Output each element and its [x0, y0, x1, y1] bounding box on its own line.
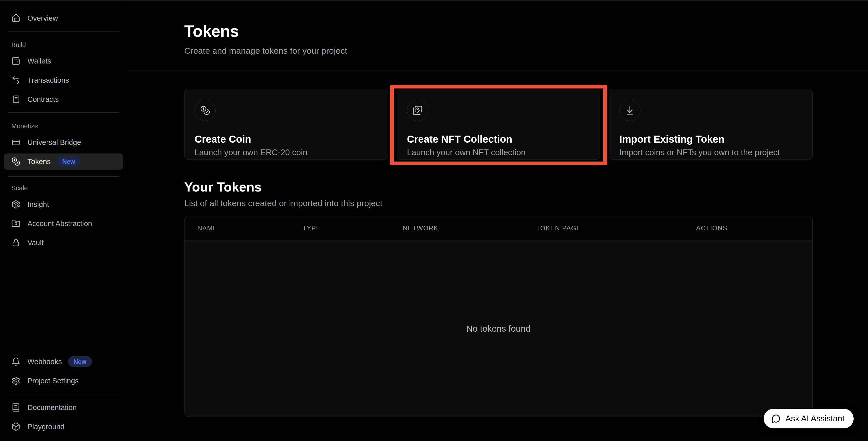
- sidebar-item-label: Account Abstraction: [28, 220, 92, 228]
- sidebar-item-universal-bridge[interactable]: Universal Bridge: [4, 134, 123, 151]
- page-body: Create Coin Launch your own ERC-20 coin …: [127, 71, 868, 417]
- coins-icon: [200, 105, 210, 116]
- main-content: Tokens Create and manage tokens for your…: [127, 1, 868, 441]
- sidebar-item-label: Project Settings: [28, 377, 79, 385]
- column-header-name: NAME: [185, 224, 289, 232]
- create-nft-collection-card-wrap: Create NFT Collection Launch your own NF…: [397, 89, 600, 160]
- sidebar-item-webhooks[interactable]: Webhooks New: [4, 353, 123, 370]
- coins-icon: [11, 157, 21, 166]
- card-description: Launch your own ERC-20 coin: [194, 148, 377, 157]
- bell-icon: [11, 357, 21, 366]
- sidebar-item-contracts[interactable]: Contracts: [4, 91, 123, 107]
- tokens-table-empty-state: No tokens found: [185, 241, 812, 416]
- app-layout: Overview Build Wallets Transactions Cont…: [0, 1, 868, 441]
- lock-icon: [11, 238, 21, 247]
- gear-icon: [11, 376, 21, 385]
- new-badge: New: [68, 356, 92, 367]
- sidebar-item-label: Documentation: [28, 404, 76, 412]
- transactions-icon: [11, 75, 21, 85]
- card-icon-circle: [619, 100, 641, 121]
- card-description: Import coins or NFTs you own to the proj…: [619, 148, 802, 157]
- new-badge: New: [57, 156, 81, 167]
- wallet-icon: [11, 57, 21, 65]
- sidebar-item-label: Vault: [28, 239, 43, 247]
- sidebar-item-label: Wallets: [28, 57, 51, 65]
- credit-card-icon: [11, 138, 21, 147]
- sidebar-item-vault[interactable]: Vault: [4, 234, 123, 251]
- sidebar-item-label: Contracts: [28, 95, 59, 103]
- card-title: Create NFT Collection: [407, 133, 590, 145]
- card-title: Create Coin: [194, 133, 377, 145]
- page-title: Tokens: [184, 23, 812, 39]
- nft-images-icon: [412, 105, 423, 116]
- cube-icon: [11, 422, 21, 431]
- sidebar-item-label: Playground: [28, 422, 64, 431]
- sidebar-item-label: Universal Bridge: [28, 138, 81, 147]
- sidebar-item-overview[interactable]: Overview: [4, 10, 123, 26]
- sidebar-item-wallets[interactable]: Wallets: [4, 53, 123, 69]
- contract-icon: [11, 95, 21, 104]
- page-subtitle: Create and manage tokens for your projec…: [184, 46, 812, 56]
- sidebar-section-scale: Scale: [4, 184, 123, 192]
- sidebar-item-tokens[interactable]: Tokens New: [4, 154, 123, 169]
- card-icon-circle: [407, 100, 428, 121]
- book-icon: [11, 403, 21, 412]
- import-existing-token-card-wrap: Import Existing Token Import coins or NF…: [609, 89, 812, 160]
- chat-bubble-icon: [771, 414, 781, 423]
- sidebar-section-build: Build: [4, 41, 123, 49]
- sidebar-item-playground[interactable]: Playground: [4, 418, 123, 435]
- card-icon-circle: [194, 100, 216, 121]
- sidebar-item-documentation[interactable]: Documentation: [4, 400, 123, 415]
- ask-ai-assistant-button[interactable]: Ask AI Assistant: [764, 409, 854, 429]
- sidebar: Overview Build Wallets Transactions Cont…: [0, 1, 127, 441]
- card-description: Launch your own NFT collection: [407, 148, 590, 157]
- page-header: Tokens Create and manage tokens for your…: [127, 1, 868, 71]
- sidebar-item-label: Tokens: [28, 158, 51, 166]
- sidebar-item-label: Overview: [28, 14, 58, 23]
- sidebar-item-project-settings[interactable]: Project Settings: [4, 373, 123, 389]
- sidebar-item-label: Insight: [28, 200, 49, 209]
- sidebar-spacer: [4, 251, 123, 353]
- column-header-token-page: TOKEN PAGE: [523, 224, 683, 232]
- card-title: Import Existing Token: [619, 133, 802, 145]
- column-header-type: TYPE: [289, 224, 390, 232]
- sidebar-item-account-abstraction[interactable]: Account Abstraction: [4, 216, 123, 231]
- your-tokens-heading: Your Tokens: [184, 180, 812, 194]
- create-coin-card[interactable]: Create Coin Launch your own ERC-20 coin: [184, 89, 388, 160]
- sidebar-item-insight[interactable]: Insight: [4, 196, 123, 213]
- column-header-actions: ACTIONS: [683, 224, 812, 232]
- import-download-icon: [625, 105, 635, 116]
- sidebar-section-monetize: Monetize: [4, 122, 123, 130]
- package-search-icon: [11, 200, 21, 209]
- import-existing-token-card[interactable]: Import Existing Token Import coins or NF…: [609, 89, 812, 160]
- create-nft-collection-card[interactable]: Create NFT Collection Launch your own NF…: [397, 89, 600, 160]
- ask-ai-assistant-label: Ask AI Assistant: [785, 414, 844, 423]
- home-icon: [11, 13, 21, 23]
- column-header-network: NETWORK: [390, 224, 523, 232]
- sidebar-item-label: Transactions: [28, 76, 69, 85]
- sidebar-divider: [7, 394, 120, 394]
- create-coin-card-wrap: Create Coin Launch your own ERC-20 coin: [184, 89, 388, 160]
- token-action-cards: Create Coin Launch your own ERC-20 coin …: [184, 89, 812, 160]
- tokens-table: NAME TYPE NETWORK TOKEN PAGE ACTIONS No …: [184, 216, 812, 417]
- empty-state-text: No tokens found: [466, 323, 530, 334]
- folder-shield-icon: [11, 219, 21, 228]
- your-tokens-subtitle: List of all tokens created or imported i…: [184, 198, 812, 208]
- tokens-table-header: NAME TYPE NETWORK TOKEN PAGE ACTIONS: [185, 216, 812, 241]
- sidebar-item-label: Webhooks: [28, 357, 62, 366]
- sidebar-item-transactions[interactable]: Transactions: [4, 72, 123, 88]
- sidebar-divider: [7, 31, 120, 32]
